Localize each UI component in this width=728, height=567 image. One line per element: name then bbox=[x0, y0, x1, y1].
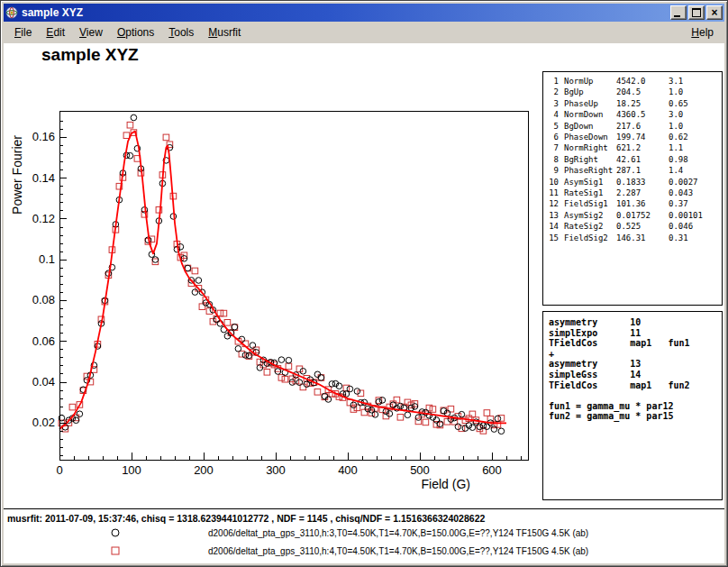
param-row-BgUp: 2BgUp204.51.0 bbox=[548, 87, 722, 97]
p-val: 0.1833 bbox=[616, 177, 669, 187]
menu-item-options[interactable]: Options bbox=[110, 22, 161, 43]
theory-line bbox=[549, 390, 722, 401]
legend-label: d2006/deltat_pta_gps_3110,h:3,T0=4.50K,T… bbox=[208, 528, 588, 538]
param-row-PhaseRight: 9PhaseRight287.11.4 bbox=[548, 165, 722, 176]
p-no: 6 bbox=[548, 132, 559, 142]
p-name: PhaseUp bbox=[564, 98, 616, 109]
p-val: 204.5 bbox=[616, 87, 669, 97]
menubar-left: FileEditViewOptionsToolsMusrfit bbox=[7, 22, 248, 43]
svg-text:0.06: 0.06 bbox=[32, 334, 55, 348]
p-name: AsymSig2 bbox=[564, 210, 616, 221]
parameter-stats-panel: 1NormUp4542.03.12BgUp204.51.03PhaseUp18.… bbox=[542, 71, 723, 306]
svg-text:0.12: 0.12 bbox=[32, 212, 55, 225]
param-row-BgDown: 5BgDown217.61.0 bbox=[548, 121, 722, 132]
p-no: 7 bbox=[548, 142, 559, 153]
close-button[interactable]: × bbox=[706, 5, 723, 20]
p-val: 42.61 bbox=[616, 154, 669, 165]
svg-text:300: 300 bbox=[266, 463, 286, 477]
p-val: 0.01752 bbox=[616, 210, 669, 221]
p-err: 0.37 bbox=[669, 198, 722, 209]
p-no: 2 bbox=[548, 87, 559, 97]
y-axis-title: Power Fourier bbox=[10, 135, 24, 215]
svg-text:0.08: 0.08 bbox=[32, 293, 55, 306]
legend-square-marker bbox=[109, 544, 122, 557]
p-val: 0.525 bbox=[616, 221, 669, 232]
menu-item-view[interactable]: View bbox=[72, 22, 110, 43]
p-no: 13 bbox=[548, 210, 559, 221]
fourier-plot[interactable]: 01002003004005006000.020.040.060.080.10.… bbox=[4, 43, 544, 508]
p-err: 0.62 bbox=[669, 132, 722, 142]
p-name: NormDown bbox=[564, 109, 616, 120]
menu-item-file[interactable]: File bbox=[7, 22, 39, 43]
data-points-circle bbox=[59, 114, 505, 434]
svg-text:0.14: 0.14 bbox=[32, 171, 55, 185]
fit-line bbox=[59, 132, 506, 430]
theory-line: asymmetry 13 bbox=[549, 359, 722, 370]
p-no: 15 bbox=[548, 233, 559, 243]
theory-line: + bbox=[549, 349, 722, 360]
p-name: RateSig1 bbox=[564, 187, 616, 198]
menubar-right: Help bbox=[684, 22, 721, 43]
axis-tick-labels: 01002003004005006000.020.040.060.080.10.… bbox=[32, 130, 502, 477]
p-val: 4360.5 bbox=[616, 109, 669, 120]
axis-ticks bbox=[59, 121, 521, 460]
titlebar[interactable]: sample XYZ × bbox=[4, 4, 724, 22]
svg-text:100: 100 bbox=[122, 463, 141, 477]
param-row-NormUp: 1NormUp4542.03.1 bbox=[548, 76, 722, 87]
app-icon bbox=[5, 6, 18, 19]
theory-line: asymmetry 10 bbox=[549, 317, 722, 328]
p-val: 18.25 bbox=[616, 98, 669, 109]
param-row-RateSig1: 11RateSig12.2870.043 bbox=[548, 187, 722, 198]
menu-item-tools[interactable]: Tools bbox=[161, 22, 201, 43]
p-val: 621.2 bbox=[616, 142, 669, 153]
svg-text:400: 400 bbox=[338, 463, 358, 477]
pad-divider bbox=[4, 508, 724, 509]
window-title: sample XYZ bbox=[22, 6, 669, 19]
p-err: 0.043 bbox=[669, 187, 722, 198]
menubar: FileEditViewOptionsToolsMusrfit Help bbox=[4, 22, 724, 43]
p-no: 11 bbox=[548, 187, 559, 198]
p-no: 5 bbox=[548, 121, 559, 132]
p-err: 0.0027 bbox=[669, 177, 722, 187]
p-no: 10 bbox=[548, 177, 559, 187]
close-icon: × bbox=[711, 8, 717, 17]
menu-item-edit[interactable]: Edit bbox=[39, 22, 72, 43]
p-err: 1.4 bbox=[669, 165, 722, 176]
param-row-FieldSig2: 15FieldSig2146.310.31 bbox=[548, 233, 722, 243]
svg-text:200: 200 bbox=[194, 463, 214, 477]
param-row-AsymSig1: 10AsymSig10.18330.0027 bbox=[548, 177, 722, 187]
p-val: 217.6 bbox=[616, 121, 669, 132]
p-val: 146.31 bbox=[616, 233, 669, 243]
theory-line: fun2 = gamma_mu * par15 bbox=[549, 411, 722, 422]
svg-text:0.1: 0.1 bbox=[39, 252, 55, 266]
p-err: 0.65 bbox=[669, 98, 722, 109]
theory-panel: asymmetry 10simplExpo 11TFieldCos map1 f… bbox=[542, 311, 723, 500]
p-err: 0.046 bbox=[669, 221, 722, 232]
p-val: 199.74 bbox=[616, 132, 669, 142]
p-name: AsymSig1 bbox=[564, 177, 616, 187]
p-name: BgRight bbox=[564, 154, 616, 165]
p-no: 1 bbox=[548, 76, 559, 87]
canvas-area: sample XYZ 01002003004005006000.020.040.… bbox=[4, 43, 724, 563]
theory-line: TFieldCos map1 fun1 bbox=[549, 338, 722, 349]
p-no: 9 bbox=[548, 165, 559, 176]
maximize-button[interactable] bbox=[688, 5, 705, 20]
plot-frame bbox=[59, 111, 528, 460]
p-err: 0.31 bbox=[669, 233, 722, 243]
minimize-button[interactable] bbox=[670, 5, 687, 20]
p-no: 4 bbox=[548, 109, 559, 120]
app-window: sample XYZ × FileEditViewOptionsToolsMus… bbox=[0, 0, 728, 567]
p-err: 1.0 bbox=[669, 87, 722, 97]
p-err: 0.98 bbox=[669, 154, 722, 165]
menu-item-help[interactable]: Help bbox=[684, 22, 721, 43]
p-no: 3 bbox=[548, 98, 559, 109]
param-row-BgRight: 8BgRight42.610.98 bbox=[548, 154, 722, 165]
p-name: NormUp bbox=[564, 76, 616, 87]
maximize-icon bbox=[692, 8, 701, 17]
svg-text:0.04: 0.04 bbox=[32, 375, 55, 389]
p-val: 4542.0 bbox=[616, 76, 669, 87]
p-no: 12 bbox=[548, 198, 559, 209]
svg-text:0.02: 0.02 bbox=[32, 416, 55, 429]
p-val: 2.287 bbox=[616, 187, 669, 198]
menu-item-musrfit[interactable]: Musrfit bbox=[201, 22, 248, 43]
